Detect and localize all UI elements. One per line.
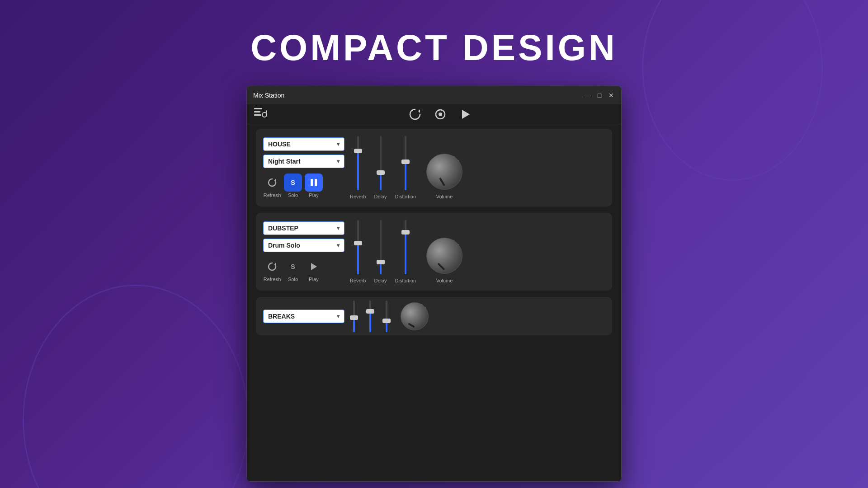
- svg-text:S: S: [291, 263, 295, 270]
- faders-1: Reverb Delay: [350, 136, 605, 199]
- preset-dropdown-2[interactable]: Drum Solo ▾: [263, 239, 344, 252]
- volume-knob-body-2[interactable]: [424, 235, 465, 276]
- delay-fill-1: [380, 174, 382, 190]
- transport-controls: [267, 108, 614, 120]
- volume-label-1: Volume: [436, 194, 453, 199]
- delay-label-1: Delay: [374, 194, 387, 199]
- delay-slider-1[interactable]: [377, 136, 385, 190]
- title-bar: Mix Station — □ ✕: [247, 86, 621, 104]
- track-controls-2: DUBSTEP ▾ Drum Solo ▾: [263, 221, 344, 282]
- tracks-container[interactable]: HOUSE ▾ Night Start ▾: [247, 124, 621, 481]
- track-card: BREAKS ▾: [256, 297, 612, 335]
- minimize-button[interactable]: —: [584, 92, 591, 99]
- reverb-thumb-1[interactable]: [354, 149, 362, 153]
- page-title: COMPACT DESIGN: [0, 0, 868, 69]
- chevron-down-icon: ▾: [337, 313, 340, 319]
- chevron-down-icon: ▾: [337, 158, 340, 164]
- reverb-label-1: Reverb: [350, 194, 366, 199]
- genre-dropdown-2[interactable]: DUBSTEP ▾: [263, 221, 344, 235]
- svg-rect-1: [254, 111, 260, 113]
- reverb-fill-1: [357, 152, 359, 190]
- rewind-button[interactable]: [409, 108, 421, 120]
- knob-indicator-1: [439, 178, 445, 186]
- volume-knob-body-1[interactable]: [424, 151, 465, 192]
- toolbar: [247, 104, 621, 124]
- track-card: DUBSTEP ▾ Drum Solo ▾: [256, 213, 612, 291]
- solo-icon: S: [284, 174, 302, 192]
- delay-slider-2[interactable]: [377, 220, 385, 274]
- chevron-down-icon: ▾: [337, 242, 340, 249]
- app-window: Mix Station — □ ✕: [246, 86, 622, 482]
- delay-fader-2: Delay: [374, 220, 387, 283]
- record-button[interactable]: [434, 108, 446, 120]
- window-title: Mix Station: [253, 92, 284, 99]
- play-button[interactable]: [460, 108, 472, 120]
- close-button[interactable]: ✕: [608, 92, 615, 99]
- play-icon: [305, 258, 323, 276]
- svg-marker-23: [311, 263, 317, 270]
- window-controls: — □ ✕: [584, 92, 615, 99]
- solo-button-1[interactable]: S Solo: [284, 174, 302, 198]
- play-label-1: Play: [309, 192, 318, 198]
- playlist-icon[interactable]: [254, 108, 267, 120]
- distortion-fader-1: Distortion: [395, 136, 416, 199]
- reverb-fader-1: Reverb: [350, 136, 366, 199]
- refresh-button-2[interactable]: Refresh: [263, 258, 281, 282]
- maximize-button[interactable]: □: [596, 92, 603, 99]
- faders-3: [350, 300, 605, 332]
- distortion-fader-3: [382, 300, 391, 332]
- volume-knob-1: Volume: [424, 151, 465, 199]
- distortion-thumb-1[interactable]: [401, 160, 410, 164]
- volume-knob-2: Volume: [424, 235, 465, 283]
- genre-dropdown-1[interactable]: HOUSE ▾: [263, 137, 344, 151]
- delay-thumb-1[interactable]: [377, 170, 385, 175]
- solo-label-2: Solo: [288, 277, 298, 282]
- play-icon: [305, 174, 323, 192]
- genre-dropdown-3[interactable]: BREAKS ▾: [263, 310, 344, 323]
- svg-rect-9: [311, 179, 313, 186]
- reverb-fader-3: [350, 300, 358, 332]
- solo-icon: S: [284, 258, 302, 276]
- action-buttons-2: Refresh S Solo: [263, 258, 344, 282]
- refresh-label-1: Refresh: [264, 192, 281, 198]
- distortion-fader-2: Distortion: [395, 220, 416, 283]
- svg-rect-10: [315, 179, 317, 186]
- action-buttons-1: Refresh S Solo: [263, 174, 344, 198]
- solo-label-1: Solo: [288, 192, 298, 198]
- svg-rect-0: [254, 108, 262, 109]
- bg-decoration-bottom: [23, 285, 249, 488]
- play-button-2[interactable]: Play: [305, 258, 323, 282]
- reverb-fader-2: Reverb: [350, 220, 366, 283]
- play-button-1[interactable]: Play: [305, 174, 323, 198]
- track-controls-1: HOUSE ▾ Night Start ▾: [263, 137, 344, 198]
- track-controls-3: BREAKS ▾: [263, 310, 344, 323]
- chevron-down-icon: ▾: [337, 225, 340, 231]
- volume-knob-3: [399, 300, 430, 332]
- svg-rect-2: [254, 114, 261, 116]
- refresh-icon: [263, 174, 281, 192]
- reverb-slider-2[interactable]: [354, 220, 362, 274]
- solo-button-2[interactable]: S Solo: [284, 258, 302, 282]
- chevron-down-icon: ▾: [337, 141, 340, 147]
- svg-marker-7: [462, 110, 470, 119]
- distortion-slider-1[interactable]: [401, 136, 410, 190]
- faders-2: Reverb Delay: [350, 220, 605, 283]
- refresh-button-1[interactable]: Refresh: [263, 174, 281, 198]
- distortion-fill-1: [405, 163, 406, 190]
- reverb-slider-1[interactable]: [354, 136, 362, 190]
- distortion-label-1: Distortion: [395, 194, 416, 199]
- svg-point-6: [439, 113, 442, 116]
- delay-fader-1: Delay: [374, 136, 387, 199]
- svg-text:S: S: [291, 179, 295, 186]
- delay-fader-3: [366, 300, 374, 332]
- preset-dropdown-1[interactable]: Night Start ▾: [263, 155, 344, 168]
- play-label-2: Play: [309, 277, 318, 282]
- refresh-icon: [263, 258, 281, 276]
- refresh-label-2: Refresh: [264, 277, 281, 282]
- distortion-slider-2[interactable]: [401, 220, 410, 274]
- track-card: HOUSE ▾ Night Start ▾: [256, 129, 612, 206]
